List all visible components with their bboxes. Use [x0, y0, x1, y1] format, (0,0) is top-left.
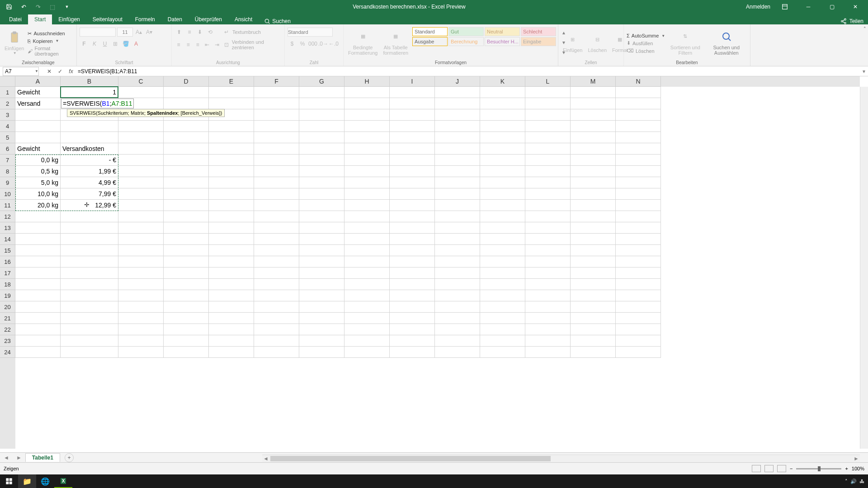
- cell-K19[interactable]: [480, 290, 525, 301]
- cell-G11[interactable]: [299, 200, 344, 211]
- cell-I14[interactable]: [390, 234, 435, 245]
- cell-C12[interactable]: [118, 211, 164, 222]
- font-size-select[interactable]: [117, 28, 133, 37]
- align-middle-icon[interactable]: ≡: [185, 28, 194, 37]
- cell-K3[interactable]: [480, 109, 525, 121]
- row-header-24[interactable]: 24: [0, 347, 15, 358]
- cell-N3[interactable]: [616, 109, 661, 121]
- tab-ueberpruefen[interactable]: Überprüfen: [189, 14, 228, 24]
- row-header-22[interactable]: 22: [0, 324, 15, 335]
- row-header-13[interactable]: 13: [0, 222, 15, 234]
- cell-G19[interactable]: [299, 290, 344, 301]
- cell-G14[interactable]: [299, 234, 344, 245]
- cell-F2[interactable]: [254, 98, 299, 109]
- cell-G15[interactable]: [299, 245, 344, 256]
- cell-I24[interactable]: [390, 347, 435, 358]
- cell-B19[interactable]: [61, 290, 118, 301]
- cell-G21[interactable]: [299, 313, 344, 324]
- row-header-5[interactable]: 5: [0, 132, 15, 143]
- cell-J21[interactable]: [435, 313, 480, 324]
- cell-B9[interactable]: 4,99 €: [61, 177, 118, 188]
- cell-C7[interactable]: [118, 155, 164, 166]
- align-left-icon[interactable]: ≡: [175, 40, 183, 49]
- cell-J24[interactable]: [435, 347, 480, 358]
- edge-icon[interactable]: 🌐: [36, 474, 54, 488]
- cell-H19[interactable]: [344, 290, 390, 301]
- cell-L15[interactable]: [525, 245, 571, 256]
- row-header-21[interactable]: 21: [0, 313, 15, 324]
- row-header-17[interactable]: 17: [0, 267, 15, 279]
- cell-K12[interactable]: [480, 211, 525, 222]
- cell-D20[interactable]: [164, 301, 209, 313]
- cell-E20[interactable]: [209, 301, 254, 313]
- cell-H7[interactable]: [344, 155, 390, 166]
- cell-M22[interactable]: [571, 324, 616, 335]
- cell-D19[interactable]: [164, 290, 209, 301]
- cell-A12[interactable]: [15, 211, 61, 222]
- cell-G16[interactable]: [299, 256, 344, 267]
- file-explorer-icon[interactable]: 📁: [18, 474, 36, 488]
- cell-N23[interactable]: [616, 335, 661, 347]
- cell-I9[interactable]: [390, 177, 435, 188]
- cell-I3[interactable]: [390, 109, 435, 121]
- cell-G5[interactable]: [299, 132, 344, 143]
- underline-icon[interactable]: U: [100, 39, 109, 48]
- cell-B5[interactable]: [61, 132, 118, 143]
- cell-D24[interactable]: [164, 347, 209, 358]
- cell-D6[interactable]: [164, 143, 209, 155]
- col-header-C[interactable]: C: [118, 76, 164, 87]
- cell-F14[interactable]: [254, 234, 299, 245]
- cell-A15[interactable]: [15, 245, 61, 256]
- maximize-icon[interactable]: ▢: [823, 1, 841, 12]
- cell-F24[interactable]: [254, 347, 299, 358]
- cell-I23[interactable]: [390, 335, 435, 347]
- cell-C6[interactable]: [118, 143, 164, 155]
- cell-K5[interactable]: [480, 132, 525, 143]
- cell-H23[interactable]: [344, 335, 390, 347]
- spreadsheet-grid[interactable]: ABCDEFGHIJKLMN 1234567891011121314151617…: [0, 76, 868, 462]
- cell-M6[interactable]: [571, 143, 616, 155]
- close-icon[interactable]: ✕: [846, 1, 864, 12]
- cell-B23[interactable]: [61, 335, 118, 347]
- cell-A19[interactable]: [15, 290, 61, 301]
- cell-K7[interactable]: [480, 155, 525, 166]
- cell-I4[interactable]: [390, 121, 435, 132]
- cell-F4[interactable]: [254, 121, 299, 132]
- font-family-select[interactable]: [80, 28, 116, 37]
- cell-B16[interactable]: [61, 256, 118, 267]
- cell-A9[interactable]: 5,0 kg: [15, 177, 61, 188]
- cell-J17[interactable]: [435, 267, 480, 279]
- cell-K10[interactable]: [480, 188, 525, 200]
- cell-G1[interactable]: [299, 87, 344, 98]
- cell-J7[interactable]: [435, 155, 480, 166]
- fx-icon[interactable]: fx: [67, 67, 75, 75]
- cancel-formula-icon[interactable]: ✕: [45, 67, 53, 75]
- cell-A3[interactable]: [15, 109, 61, 121]
- col-header-J[interactable]: J: [435, 76, 480, 87]
- cell-N7[interactable]: [616, 155, 661, 166]
- cell-N6[interactable]: [616, 143, 661, 155]
- cell-J12[interactable]: [435, 211, 480, 222]
- cell-F17[interactable]: [254, 267, 299, 279]
- cell-H16[interactable]: [344, 256, 390, 267]
- cell-H10[interactable]: [344, 188, 390, 200]
- decrease-font-icon[interactable]: A▾: [145, 28, 154, 37]
- cell-C1[interactable]: [118, 87, 164, 98]
- conditional-formatting-button[interactable]: ▦ Bedingte Formatierung: [346, 26, 379, 59]
- cell-K1[interactable]: [480, 87, 525, 98]
- cell-J22[interactable]: [435, 324, 480, 335]
- tab-start[interactable]: Start: [28, 14, 52, 24]
- cell-D22[interactable]: [164, 324, 209, 335]
- cell-C13[interactable]: [118, 222, 164, 234]
- sheet-nav-prev-icon[interactable]: ◄: [0, 455, 13, 461]
- cell-M7[interactable]: [571, 155, 616, 166]
- cell-M19[interactable]: [571, 290, 616, 301]
- cell-G3[interactable]: [299, 109, 344, 121]
- normal-view-icon[interactable]: [752, 465, 761, 472]
- cell-D14[interactable]: [164, 234, 209, 245]
- cell-C4[interactable]: [118, 121, 164, 132]
- account-label[interactable]: Anmelden: [746, 4, 770, 10]
- row-header-15[interactable]: 15: [0, 245, 15, 256]
- vertical-scrollbar[interactable]: [860, 87, 868, 449]
- cell-N18[interactable]: [616, 279, 661, 290]
